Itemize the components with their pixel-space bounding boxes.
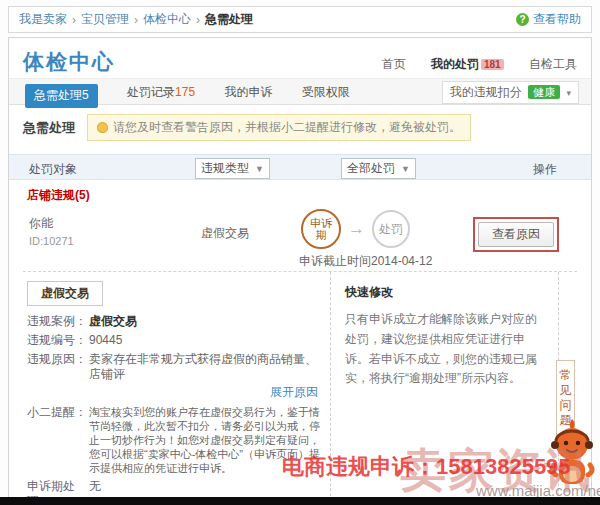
violation-score-box[interactable]: 我的违规扣分 健康 ▾ <box>442 81 579 104</box>
penalty-filter-select[interactable]: 全部处罚▼ <box>341 158 416 179</box>
expand-reason-link[interactable]: 展开原因 <box>270 385 318 399</box>
view-help-label: 查看帮助 <box>533 11 581 28</box>
field-reminder: 小二提醒： 淘宝核实到您的账户存在虚假交易行为，鉴于情节尚轻微，此次暂不扣分，请… <box>27 405 322 475</box>
field-case-value: 虚假交易 <box>89 314 322 329</box>
page-title: 体检中心 <box>23 48 115 76</box>
appeal-period-step-icon: 申诉期 <box>301 209 341 249</box>
expand-reason-row: 展开原因 <box>27 384 318 401</box>
violation-score-label: 我的违规扣分 <box>450 85 522 99</box>
detail-left-column: 虚假交易 违规案例： 虚假交易 违规编号： 90445 违规原因： 卖家存在非常… <box>23 272 331 502</box>
breadcrumb-separator: › <box>196 13 200 27</box>
seller-cell: 你能 ID:10271 <box>29 215 74 247</box>
field-case: 违规案例： 虚假交易 <box>27 314 322 329</box>
breadcrumb-item-current: 急需处理 <box>205 11 253 28</box>
seller-id: ID:10271 <box>29 235 74 247</box>
tab-penalty-records-count: 175 <box>175 85 195 99</box>
mascot-character <box>546 417 598 495</box>
warning-alert: 请您及时查看警告原因，并根据小二提醒进行修改，避免被处罚。 <box>87 114 471 141</box>
quick-fix-title: 快速修改 <box>345 284 544 301</box>
chevron-down-icon: ▾ <box>566 88 571 98</box>
appeal-steps: 申诉期 → 处罚 <box>301 209 410 249</box>
nav-selfcheck-link[interactable]: 自检工具 <box>529 57 577 71</box>
column-penalty-object: 处罚对象 <box>29 161 77 178</box>
appeal-deadline: 申诉截止时间2014-04-12 <box>299 253 432 270</box>
header-nav: 首页 我的处罚181 自检工具 <box>360 56 577 73</box>
detail-right-column: 快速修改 只有申诉成立才能解除该账户对应的处罚，建议您提供相应凭证进行申诉。若申… <box>331 272 559 502</box>
violation-type-select[interactable]: 违规类型▼ <box>195 158 270 179</box>
main-panel: 体检中心 首页 我的处罚181 自检工具 急需处理5 处罚记录175 我的申诉 … <box>8 37 592 502</box>
field-reason: 违规原因： 卖家存在非常规方式获得虚假的商品销量、店铺评 <box>27 352 322 382</box>
field-reason-value: 卖家存在非常规方式获得虚假的商品销量、店铺评 <box>89 352 322 382</box>
field-code: 违规编号： 90445 <box>27 333 322 348</box>
case-detail-section: 虚假交易 违规案例： 虚假交易 违规编号： 90445 违规原因： 卖家存在非常… <box>23 271 577 502</box>
violation-type-cell: 虚假交易 <box>201 225 249 242</box>
violation-type-select-value: 违规类型 <box>201 161 249 175</box>
list-header-row: 处罚对象 违规类型▼ 全部处罚▼ 操作 <box>9 154 591 180</box>
arrow-right-icon: → <box>348 219 365 239</box>
field-reminder-value: 淘宝核实到您的账户存在虚假交易行为，鉴于情节尚轻微，此次暂不扣分，请务必引以为戒… <box>89 405 322 475</box>
breadcrumb-separator: › <box>134 13 138 27</box>
urgent-section-header: 急需处理 请您及时查看警告原因，并根据小二提醒进行修改，避免被处罚。 <box>23 114 577 144</box>
health-status-badge: 健康 <box>528 85 560 99</box>
tab-urgent-label: 急需处理 <box>34 88 82 102</box>
annotation-box: 查看原因 <box>473 217 559 252</box>
tab-penalty-records[interactable]: 处罚记录175 <box>127 79 195 105</box>
breadcrumb-item-items[interactable]: 宝贝管理 <box>81 11 129 28</box>
quick-fix-body: 只有申诉成立才能解除该账户对应的处罚，建议您提供相应凭证进行申诉。若申诉不成立，… <box>345 310 544 389</box>
tab-bar: 急需处理5 处罚记录175 我的申诉 受限权限 我的违规扣分 健康 ▾ <box>9 78 591 105</box>
penalty-count-badge: 181 <box>481 59 504 70</box>
field-reminder-label: 小二提醒： <box>27 405 89 475</box>
breadcrumb-item-seller[interactable]: 我是卖家 <box>19 11 67 28</box>
nav-my-penalty-label: 我的处罚 <box>431 57 479 71</box>
field-code-value: 90445 <box>89 333 322 348</box>
appeal-period-step-label: 申诉期 <box>309 217 333 241</box>
breadcrumb-item-checkup[interactable]: 体检中心 <box>143 11 191 28</box>
field-reason-label: 违规原因： <box>27 352 89 382</box>
help-question-icon: ? <box>516 13 529 26</box>
panel-header: 体检中心 首页 我的处罚181 自检工具 <box>9 38 591 78</box>
dropdown-caret-icon: ▼ <box>401 164 410 174</box>
penalty-filter-select-value: 全部处罚 <box>347 161 395 175</box>
breadcrumb: 我是卖家 › 宝贝管理 › 体检中心 › 急需处理 ? 查看帮助 <box>8 6 592 33</box>
shop-violation-group-title: 店铺违规(5) <box>9 180 591 209</box>
tab-urgent[interactable]: 急需处理5 <box>25 84 98 108</box>
tab-restricted-permissions[interactable]: 受限权限 <box>302 79 350 105</box>
seller-name: 你能 <box>29 215 74 232</box>
field-code-label: 违规编号： <box>27 333 89 348</box>
warning-alert-text: 请您及时查看警告原因，并根据小二提醒进行修改，避免被处罚。 <box>113 119 461 136</box>
tab-penalty-records-label: 处罚记录 <box>127 85 175 99</box>
dropdown-caret-icon: ▼ <box>255 164 264 174</box>
breadcrumb-separator: › <box>72 13 76 27</box>
violation-detail-tab[interactable]: 虚假交易 <box>27 281 103 306</box>
mascot-icon <box>546 417 598 491</box>
action-cell: 查看原因 <box>473 217 559 252</box>
urgent-section-title: 急需处理 <box>23 119 75 137</box>
penalty-step-icon: 处罚 <box>372 210 410 248</box>
tab-urgent-count: 5 <box>82 88 89 102</box>
violation-case-row: 你能 ID:10271 虚假交易 申诉期 → 处罚 申诉截止时间2014-04-… <box>23 209 577 267</box>
bulb-icon <box>97 122 108 133</box>
nav-home-link[interactable]: 首页 <box>382 57 406 71</box>
view-reason-button[interactable]: 查看原因 <box>478 222 554 247</box>
field-case-label: 违规案例： <box>27 314 89 329</box>
view-help-link[interactable]: ? 查看帮助 <box>516 11 581 28</box>
nav-my-penalty-link[interactable]: 我的处罚181 <box>431 57 504 71</box>
column-action: 操作 <box>533 161 557 178</box>
tab-my-appeals[interactable]: 我的申诉 <box>224 79 272 105</box>
bottom-black-bar <box>0 497 600 505</box>
